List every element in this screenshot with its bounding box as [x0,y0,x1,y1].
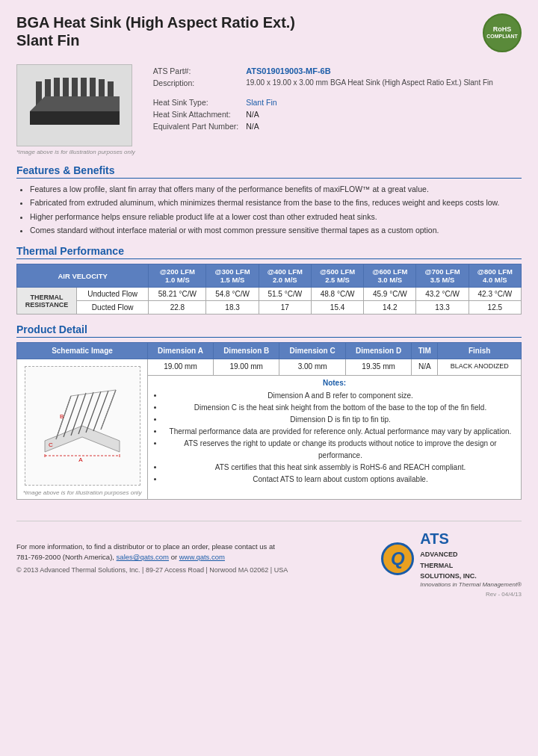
ducted-300: 18.3 [206,301,259,315]
ducted-700: 13.3 [416,301,469,315]
note-item: Thermal performance data are provided fo… [164,426,517,438]
footer-contact: For more information, to find a distribu… [16,542,288,576]
product-image [16,64,132,146]
note-item: ATS reserves the right to update or chan… [164,438,517,462]
features-heading: Features & Benefits [16,164,522,179]
note-item: Dimension C is the heat sink height from… [164,402,517,414]
schematic-image-cell: A C B *image above is for illustration p… [17,359,148,500]
ducted-400: 17 [259,301,311,315]
unducted-200: 58.21 °C/W [149,288,206,301]
col-300lfm: @300 LFM1.5 M/S [206,264,259,288]
footer-email-link[interactable]: sales@qats.com [117,553,169,561]
svg-line-18 [93,391,108,431]
footer-contact-details: 781-769-2000 (North America), sales@qats… [16,552,288,563]
footer-contact-text: For more information, to find a distribu… [16,542,288,552]
col-tim: TIM [412,343,438,359]
part-number-label: ATS Part#: [150,66,241,76]
equiv-part-label: Equivalent Part Number: [150,121,241,131]
attachment-label: Heat Sink Attachment: [150,109,241,120]
svg-text:C: C [49,441,53,448]
col-400lfm: @400 LFM2.0 M/S [259,264,311,288]
ats-logo: Q ATS ADVANCED THERMAL SOLUTIONS, INC. I… [381,529,522,588]
dim-d-value: 19.35 mm [345,359,411,376]
note-item: Dimension A and B refer to component siz… [164,390,517,402]
page-wrapper: BGA Heat Sink (High Aspect Ratio Ext.) S… [16,13,522,598]
description-label: Description: [150,78,241,88]
product-detail-table: Schematic Image Dimension A Dimension B … [16,342,522,500]
tim-value: N/A [412,359,438,376]
heat-sink-type-row: Heat Sink Type: Slant Fin [150,97,496,108]
ats-tagline: Innovations in Thermal Management® [420,581,522,588]
features-list: Features a low profile, slant fin array … [30,183,522,236]
detail-header-row: Schematic Image Dimension A Dimension B … [17,343,522,359]
thermal-resistance-label: THERMAL RESISTANCE [17,288,77,315]
ducted-200: 22.8 [149,301,206,315]
thermal-header-row: AIR VELOCITY @200 LFM1.0 M/S @300 LFM1.5… [17,264,522,288]
description-value: 19.00 x 19.00 x 3.00 mm BGA Heat Sink (H… [243,78,496,88]
part-number-row: ATS Part#: ATS019019003-MF-6B [150,66,496,76]
col-700lfm: @700 LFM3.5 M/S [416,264,469,288]
unducted-800: 42.3 °C/W [469,288,521,301]
product-image-caption: *image above is for illustration purpose… [16,149,135,155]
product-image-container: *image above is for illustration purpose… [16,64,135,155]
col-dim-b: Dimension B [213,343,279,359]
thermal-ducted-row: Ducted Flow 22.8 18.3 17 15.4 14.2 13.3 … [17,301,522,315]
air-velocity-header: AIR VELOCITY [17,264,149,288]
feature-item: Comes standard without interface materia… [30,224,522,236]
attachment-row: Heat Sink Attachment: N/A [150,109,496,120]
svg-text:B: B [60,413,64,420]
thermal-table: AIR VELOCITY @200 LFM1.0 M/S @300 LFM1.5… [16,264,522,315]
finish-value: BLACK ANODIZED [438,359,522,376]
col-finish: Finish [438,343,522,359]
dim-a-value: 19.00 mm [148,359,214,376]
ducted-800: 12.5 [469,301,521,315]
notes-cell: Notes: Dimension A and B refer to compon… [148,375,522,499]
col-dim-d: Dimension D [345,343,411,359]
dim-b-value: 19.00 mm [213,359,279,376]
schematic-image-box: A C B [25,366,140,486]
thermal-unducted-row: THERMAL RESISTANCE Unducted Flow 58.21 °… [17,288,522,301]
schematic-caption: *image above is for illustration purpose… [21,489,143,496]
equiv-part-value: N/A [243,121,496,131]
footer-website-link[interactable]: www.qats.com [179,553,225,561]
revision-note: Rev - 04/4/13 [16,591,522,598]
col-dim-c: Dimension C [279,343,345,359]
dim-c-value: 3.00 mm [279,359,345,376]
rohs-badge: RoHS COMPLIANT [483,13,522,52]
unducted-flow-label: Unducted Flow [77,288,149,301]
unducted-700: 43.2 °C/W [416,288,469,301]
unducted-600: 45.9 °C/W [364,288,416,301]
attachment-value: N/A [243,109,496,120]
unducted-500: 48.8 °C/W [311,288,363,301]
part-number-value: ATS019019003-MF-6B [243,66,496,76]
product-info-block: *image above is for illustration purpose… [16,64,522,155]
svg-line-17 [86,391,101,433]
equiv-part-row: Equivalent Part Number: N/A [150,121,496,131]
unducted-400: 51.5 °C/W [259,288,311,301]
product-specs: ATS Part#: ATS019019003-MF-6B Descriptio… [149,64,498,155]
footer-copyright: © 2013 Advanced Thermal Solutions, Inc. … [16,566,288,576]
unducted-300: 54.8 °C/W [206,288,259,301]
page-title: BGA Heat Sink (High Aspect Ratio Ext.) S… [16,13,295,57]
heat-sink-type-value: Slant Fin [243,97,496,108]
svg-marker-10 [30,96,120,111]
col-800lfm: @800 LFM4.0 M/S [469,264,521,288]
feature-item: Higher performance helps ensure reliable… [30,211,522,223]
feature-item: Features a low profile, slant fin array … [30,183,522,195]
product-details-table: ATS Part#: ATS019019003-MF-6B Descriptio… [149,64,498,133]
ducted-500: 15.4 [311,301,363,315]
note-item: Contact ATS to learn about custom option… [164,474,517,486]
heatsink-illustration [22,70,127,141]
ducted-flow-label: Ducted Flow [77,301,149,315]
ducted-600: 14.2 [364,301,416,315]
detail-values-row: A C B *image above is for illustration p… [17,359,522,376]
heat-sink-type-label: Heat Sink Type: [150,97,241,108]
col-dim-a: Dimension A [148,343,214,359]
product-detail-heading: Product Detail [16,323,522,338]
svg-text:A: A [78,456,83,463]
feature-item: Fabricated from extruded aluminum, which… [30,196,522,208]
col-500lfm: @500 LFM2.5 M/S [311,264,363,288]
thermal-heading: Thermal Performance [16,245,522,259]
ats-q-icon: Q [381,542,414,575]
schematic-svg: A C B [30,374,134,478]
